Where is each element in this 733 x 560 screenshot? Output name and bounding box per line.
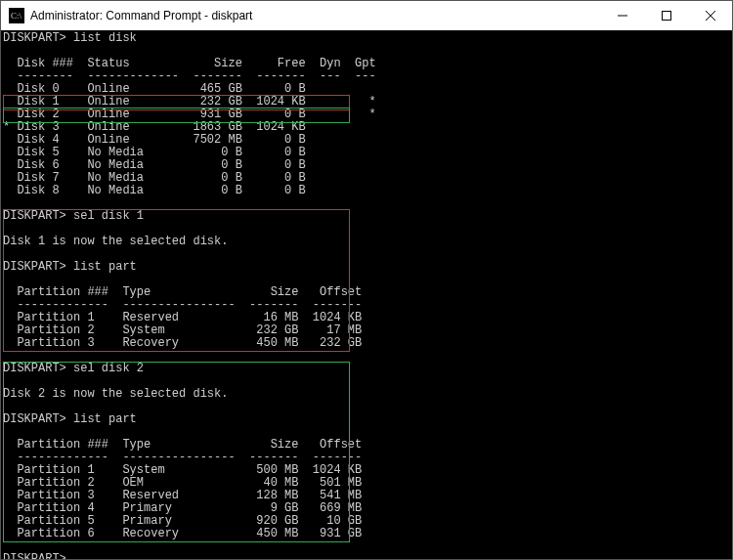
terminal-line: DISKPART> list part [3,413,730,426]
maximize-button[interactable] [644,1,688,30]
terminal-line: DISKPART> sel disk 2 [3,363,730,375]
svg-text:C:\: C:\ [11,11,22,21]
terminal-line: Partition 6 Recovery 450 MB 931 GB [3,528,730,540]
terminal-line: Disk 2 is now the selected disk. [3,388,730,401]
terminal-line: DISKPART> sel disk 1 [3,210,730,223]
cmd-icon: C:\ [9,8,24,23]
window-title: Administrator: Command Prompt - diskpart [30,9,600,22]
terminal-line: DISKPART> list part [3,261,730,274]
terminal-line: Partition 3 Recovery 450 MB 232 GB [3,337,730,350]
minimize-button[interactable] [600,1,644,30]
command-prompt-window: C:\ Administrator: Command Prompt - disk… [0,0,733,560]
window-controls [600,1,732,30]
terminal-line: DISKPART> list disk [3,32,730,45]
terminal-line: DISKPART> [3,553,730,559]
svg-rect-3 [662,12,670,21]
titlebar: C:\ Administrator: Command Prompt - disk… [1,1,732,30]
terminal-line: Disk 8 No Media 0 B 0 B [3,185,730,197]
terminal-line: Disk 1 is now the selected disk. [3,236,730,248]
terminal-output[interactable]: DISKPART> list disk Disk ### Status Size… [1,30,732,559]
terminal-line [3,540,730,553]
close-button[interactable] [688,1,732,30]
